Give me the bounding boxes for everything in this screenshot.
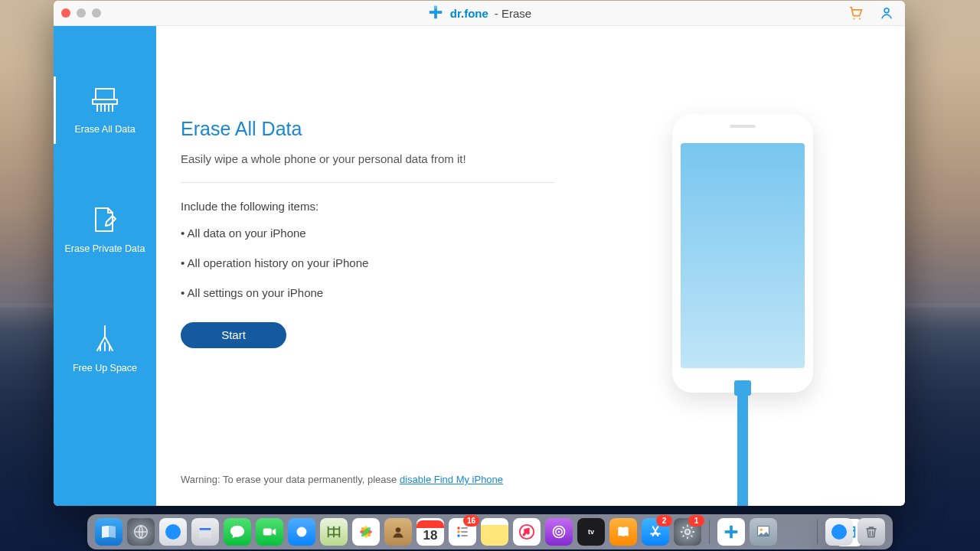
calendar-day: 18: [423, 528, 438, 543]
svg-rect-2: [434, 5, 437, 8]
include-list: All data on your iPhone All operation hi…: [181, 227, 555, 299]
usb-cable: [737, 393, 748, 506]
svg-rect-6: [96, 89, 114, 99]
window-minimize-button[interactable]: [77, 8, 86, 18]
svg-point-32: [457, 534, 459, 536]
settings-badge: 1: [688, 515, 704, 527]
svg-point-18: [165, 524, 181, 540]
broom-icon: [91, 324, 119, 354]
sidebar: Erase All Data Erase Private Data: [54, 26, 156, 506]
svg-point-24: [297, 527, 307, 537]
appstore-badge: 2: [656, 515, 672, 527]
dock-launchpad-icon[interactable]: [127, 518, 155, 546]
content-panel: Erase All Data Easily wipe a whole phone…: [156, 26, 580, 506]
svg-point-39: [558, 531, 560, 533]
sidebar-item-free-up-space[interactable]: Free Up Space: [54, 324, 156, 373]
dock-finder-icon[interactable]: [95, 518, 122, 546]
dock-podcasts-icon[interactable]: [545, 518, 573, 546]
sidebar-item-label: Erase All Data: [71, 124, 138, 135]
dock-trash-icon[interactable]: [858, 518, 885, 546]
svg-rect-42: [725, 530, 738, 533]
dock-blue-app-icon[interactable]: [288, 518, 315, 546]
sidebar-item-label: Free Up Space: [70, 363, 140, 373]
dock-container: JUN 18 16 tv 2 1: [0, 514, 980, 549]
brand-name: dr.fone: [450, 7, 488, 20]
svg-point-30: [457, 527, 459, 529]
reminders-badge: 16: [463, 515, 479, 527]
dock-books-icon[interactable]: [609, 518, 637, 546]
module-name: - Erase: [495, 7, 531, 20]
svg-marker-23: [273, 528, 276, 535]
dock-settings-icon[interactable]: 1: [674, 518, 701, 546]
dock: JUN 18 16 tv 2 1: [87, 514, 893, 549]
calendar-month: JUN: [416, 520, 444, 528]
dock-contacts-icon[interactable]: [384, 518, 412, 546]
page-subtitle: Easily wipe a whole phone or your person…: [181, 152, 555, 165]
include-label: Include the following items:: [181, 200, 555, 213]
titlebar: dr.fone - Erase: [54, 1, 905, 26]
shredder-icon: [90, 86, 120, 115]
svg-point-29: [396, 527, 401, 533]
svg-rect-1: [430, 11, 443, 14]
account-icon[interactable]: [879, 5, 894, 21]
svg-rect-22: [263, 528, 272, 535]
document-erase-icon: [91, 205, 119, 234]
dock-photos-icon[interactable]: [352, 518, 380, 546]
svg-point-45: [760, 528, 763, 531]
window-maximize-button[interactable]: [92, 8, 101, 18]
dock-tv-icon[interactable]: tv: [577, 518, 605, 546]
window-controls: [61, 1, 101, 25]
app-window: dr.fone - Erase: [54, 1, 905, 506]
dock-notes-icon[interactable]: [481, 518, 508, 546]
device-visual: [580, 26, 905, 506]
page-title: Erase All Data: [181, 118, 555, 140]
svg-point-31: [457, 530, 459, 533]
disable-find-my-iphone-link[interactable]: disable Find My iPhone: [400, 474, 503, 485]
dock-mail-icon[interactable]: [191, 518, 219, 546]
dock-facetime-icon[interactable]: [256, 518, 283, 546]
dock-reminders-icon[interactable]: 16: [449, 518, 476, 546]
list-item: All settings on your iPhone: [181, 286, 555, 299]
svg-rect-21: [199, 526, 212, 539]
cart-icon[interactable]: [848, 5, 864, 21]
sidebar-item-erase-all-data[interactable]: Erase All Data: [54, 86, 156, 135]
dock-separator: [817, 520, 818, 544]
warning-prefix: Warning: To erase your data permanently,…: [181, 474, 400, 485]
svg-point-4: [859, 18, 861, 20]
app-title: dr.fone - Erase: [427, 4, 531, 23]
phone-illustration: [672, 114, 813, 393]
list-item: All data on your iPhone: [181, 227, 555, 240]
dock-appstore-icon[interactable]: 2: [642, 518, 669, 546]
svg-point-5: [884, 8, 889, 13]
dock-messages-icon[interactable]: [224, 518, 251, 546]
dock-calendar-icon[interactable]: JUN 18: [416, 518, 444, 546]
main-area: Erase All Data Easily wipe a whole phone…: [156, 26, 905, 506]
svg-point-3: [854, 18, 855, 20]
start-button[interactable]: Start: [181, 322, 286, 348]
dock-preview-icon[interactable]: [750, 518, 777, 546]
dock-download-icon[interactable]: [825, 518, 853, 546]
dock-drfone-icon[interactable]: [717, 518, 745, 546]
dock-safari-icon[interactable]: [159, 518, 187, 546]
app-body: Erase All Data Erase Private Data: [54, 26, 905, 506]
sidebar-item-erase-private-data[interactable]: Erase Private Data: [54, 205, 156, 254]
warning-text: Warning: To erase your data permanently,…: [181, 474, 503, 485]
window-close-button[interactable]: [61, 8, 70, 18]
phone-speaker: [730, 125, 756, 128]
dock-maps-icon[interactable]: [320, 518, 348, 546]
phone-screen: [681, 143, 805, 368]
app-logo-icon: [427, 4, 444, 23]
sidebar-item-label: Erase Private Data: [62, 243, 149, 254]
svg-point-40: [685, 530, 690, 534]
divider: [181, 182, 555, 183]
dock-separator: [709, 520, 710, 544]
list-item: All operation history on your iPhone: [181, 256, 555, 269]
dock-music-icon[interactable]: [513, 518, 541, 546]
svg-rect-7: [93, 99, 117, 104]
